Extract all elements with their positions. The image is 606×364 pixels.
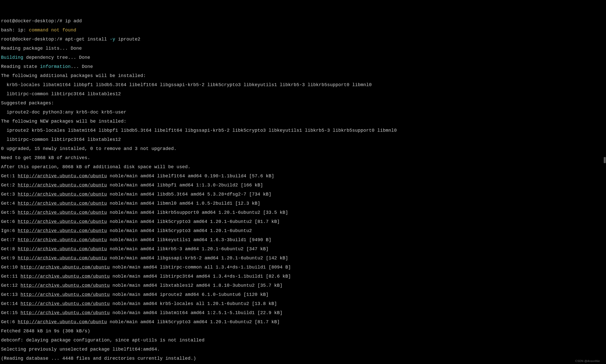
terminal-line[interactable]: debconf: delaying package configuration,…: [1, 338, 605, 342]
shell-prompt: root@docker-desktop:/#: [1, 18, 65, 24]
error-text: command not found: [29, 28, 76, 33]
download-url: http://archive.ubuntu.com/ubuntu: [18, 183, 107, 188]
download-url: http://archive.ubuntu.com/ubuntu: [18, 319, 107, 324]
command-arg: iproute2: [115, 37, 140, 42]
terminal-line[interactable]: Get:9 http://archive.ubuntu.com/ubuntu n…: [1, 256, 605, 260]
download-url: http://archive.ubuntu.com/ubuntu: [18, 256, 107, 261]
terminal-line[interactable]: The following NEW packages will be insta…: [1, 119, 605, 124]
download-url: http://archive.ubuntu.com/ubuntu: [21, 283, 110, 288]
terminal-line[interactable]: krb5-locales libatm1t64 libbpf1 libdb5.3…: [1, 83, 605, 87]
download-url: http://archive.ubuntu.com/ubuntu: [21, 292, 110, 297]
terminal-line[interactable]: Get:8 http://archive.ubuntu.com/ubuntu n…: [1, 247, 605, 251]
download-url: http://archive.ubuntu.com/ubuntu: [18, 246, 107, 252]
terminal-line[interactable]: Get:6 http://archive.ubuntu.com/ubuntu n…: [1, 320, 605, 324]
download-url: http://archive.ubuntu.com/ubuntu: [21, 265, 110, 270]
download-url: http://archive.ubuntu.com/ubuntu: [18, 201, 107, 206]
shell-prompt: root@docker-desktop:/#: [1, 37, 65, 42]
terminal-line[interactable]: Fetched 2848 kB in 9s (308 kB/s): [1, 329, 605, 333]
download-url: http://archive.ubuntu.com/ubuntu: [18, 228, 107, 233]
watermark-text: CSDN @AnsonNie: [575, 360, 600, 362]
download-url: http://archive.ubuntu.com/ubuntu: [18, 174, 107, 179]
command-flag: -y: [110, 37, 115, 42]
download-url: http://archive.ubuntu.com/ubuntu: [18, 237, 107, 242]
download-url: http://archive.ubuntu.com/ubuntu: [18, 192, 107, 197]
terminal-line[interactable]: Get:1 http://archive.ubuntu.com/ubuntu n…: [1, 174, 605, 178]
terminal-line[interactable]: 0 upgraded, 15 newly installed, 0 to rem…: [1, 146, 605, 151]
download-url: http://archive.ubuntu.com/ubuntu: [18, 210, 107, 215]
terminal-line[interactable]: Get:2 http://archive.ubuntu.com/ubuntu n…: [1, 183, 605, 187]
terminal-line[interactable]: Get:15 http://archive.ubuntu.com/ubuntu …: [1, 311, 605, 315]
terminal-line[interactable]: Get:7 http://archive.ubuntu.com/ubuntu n…: [1, 238, 605, 242]
terminal-line[interactable]: Get:11 http://archive.ubuntu.com/ubuntu …: [1, 274, 605, 279]
terminal-line[interactable]: Suggested packages:: [1, 101, 605, 105]
terminal-line[interactable]: (Reading database ... 4448 files and dir…: [1, 356, 605, 361]
download-url: http://archive.ubuntu.com/ubuntu: [18, 219, 107, 224]
terminal-line[interactable]: After this operation, 8068 kB of additio…: [1, 165, 605, 169]
terminal-line[interactable]: root@docker-desktop:/# ip add: [1, 19, 605, 23]
terminal-line[interactable]: libtirpc-common libtirpc3t64 libxtables1…: [1, 92, 605, 96]
terminal-line[interactable]: Get:6 http://archive.ubuntu.com/ubuntu n…: [1, 219, 605, 224]
download-url: http://archive.ubuntu.com/ubuntu: [21, 301, 110, 306]
terminal-line[interactable]: root@docker-desktop:/# apt-get install -…: [1, 37, 605, 42]
terminal-line[interactable]: Get:13 http://archive.ubuntu.com/ubuntu …: [1, 292, 605, 297]
terminal-line[interactable]: Get:5 http://archive.ubuntu.com/ubuntu n…: [1, 210, 605, 215]
scrollbar-thumb[interactable]: [604, 157, 606, 163]
terminal-line[interactable]: Need to get 2868 kB of archives.: [1, 156, 605, 160]
terminal-line[interactable]: Get:12 http://archive.ubuntu.com/ubuntu …: [1, 283, 605, 288]
terminal-line[interactable]: Reading state information... Done: [1, 64, 605, 69]
terminal-line[interactable]: Reading package lists... Done: [1, 46, 605, 51]
terminal-line[interactable]: Get:10 http://archive.ubuntu.com/ubuntu …: [1, 265, 605, 270]
terminal-line[interactable]: iproute2-doc python3:any krb5-doc krb5-u…: [1, 110, 605, 114]
download-url: http://archive.ubuntu.com/ubuntu: [21, 310, 110, 315]
terminal-line[interactable]: Building dependency tree... Done: [1, 55, 605, 60]
terminal-line[interactable]: Selecting previously unselected package …: [1, 347, 605, 352]
terminal-line[interactable]: iproute2 krb5-locales libatm1t64 libbpf1…: [1, 128, 605, 133]
command-text: ip add: [65, 18, 82, 24]
terminal-line[interactable]: Get:3 http://archive.ubuntu.com/ubuntu n…: [1, 192, 605, 197]
terminal-line[interactable]: The following additional packages will b…: [1, 73, 605, 78]
terminal-line[interactable]: Get:4 http://archive.ubuntu.com/ubuntu n…: [1, 201, 605, 206]
terminal-line[interactable]: Ign:6 http://archive.ubuntu.com/ubuntu n…: [1, 228, 605, 233]
terminal-line[interactable]: Get:14 http://archive.ubuntu.com/ubuntu …: [1, 301, 605, 306]
download-url: http://archive.ubuntu.com/ubuntu: [21, 274, 110, 279]
command-text: apt-get install: [65, 37, 110, 42]
terminal-line[interactable]: libtirpc-common libtirpc3t64 libxtables1…: [1, 137, 605, 142]
terminal-line[interactable]: bash: ip: command not found: [1, 28, 605, 32]
